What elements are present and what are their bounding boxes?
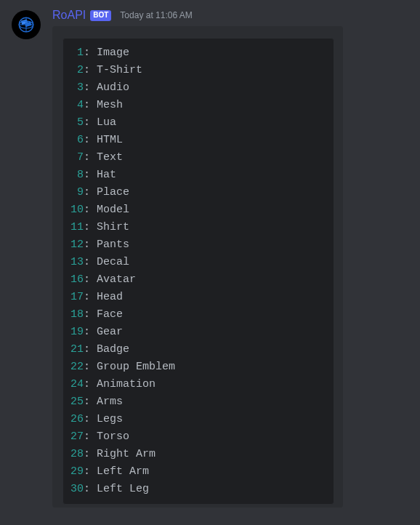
timestamp: Today at 11:06 AM (120, 10, 192, 20)
code-line: 30: Left Leg (70, 481, 326, 498)
colon: : (84, 204, 97, 216)
code-line: 6: HTML (70, 132, 326, 149)
line-number: 8 (70, 169, 84, 181)
line-number: 17 (70, 291, 84, 303)
line-value: Text (97, 151, 123, 164)
line-value: Face (97, 308, 123, 321)
code-line: 10: Model (70, 201, 326, 219)
code-line: 19: Gear (70, 324, 326, 341)
line-number: 24 (70, 378, 84, 390)
colon: : (84, 239, 97, 251)
line-value: Model (97, 204, 129, 216)
line-number: 19 (70, 326, 84, 338)
line-value: Pants (97, 239, 129, 251)
code-line: 7: Text (70, 149, 326, 167)
code-line: 16: Avatar (70, 271, 326, 289)
line-value: Torso (97, 430, 129, 443)
colon: : (84, 47, 97, 59)
line-value: Avatar (97, 273, 136, 286)
line-value: Lua (97, 116, 116, 129)
line-value: Gear (97, 326, 123, 338)
line-number: 3 (70, 81, 84, 94)
line-number: 22 (70, 361, 84, 373)
bot-tag: BOT (90, 10, 111, 21)
colon: : (84, 151, 97, 164)
code-line: 4: Mesh (70, 97, 326, 114)
line-number: 11 (70, 221, 84, 233)
colon: : (84, 430, 97, 443)
colon: : (84, 64, 97, 76)
username[interactable]: RoAPI (52, 9, 86, 22)
code-line: 25: Arms (70, 393, 326, 411)
line-number: 21 (70, 343, 84, 356)
line-number: 10 (70, 204, 84, 216)
message-content: RoAPI BOT Today at 11:06 AM 1: Image 2: … (52, 9, 408, 508)
code-line: 24: Animation (70, 376, 326, 393)
colon: : (84, 326, 97, 338)
code-line: 1: Image (70, 44, 326, 62)
colon: : (84, 483, 97, 495)
code-line: 9: Place (70, 184, 326, 201)
line-value: Shirt (97, 221, 129, 233)
line-number: 30 (70, 483, 84, 495)
chat-message: RoAPI BOT Today at 11:06 AM 1: Image 2: … (0, 0, 420, 508)
colon: : (84, 361, 97, 373)
code-line: 2: T-Shirt (70, 62, 326, 79)
colon: : (84, 343, 97, 356)
colon: : (84, 448, 97, 460)
code-line: 13: Decal (70, 254, 326, 271)
line-number: 29 (70, 465, 84, 478)
colon: : (84, 81, 97, 94)
line-value: HTML (97, 134, 123, 146)
line-value: Badge (97, 343, 129, 356)
code-line: 28: Right Arm (70, 446, 326, 463)
code-line: 8: Hat (70, 167, 326, 184)
line-value: Animation (97, 378, 156, 390)
code-line: 27: Torso (70, 428, 326, 446)
colon: : (84, 169, 97, 181)
line-value: Place (97, 186, 129, 199)
line-number: 16 (70, 273, 84, 286)
line-value: Left Leg (97, 483, 149, 495)
line-number: 4 (70, 99, 84, 111)
line-value: Left Arm (97, 465, 149, 478)
line-value: Image (97, 47, 129, 59)
code-line: 21: Badge (70, 341, 326, 358)
line-value: Group Emblem (97, 361, 175, 373)
line-number: 18 (70, 308, 84, 321)
line-value: Mesh (97, 99, 123, 111)
colon: : (84, 186, 97, 199)
code-line: 29: Left Arm (70, 463, 326, 481)
colon: : (84, 291, 97, 303)
code-line: 17: Head (70, 289, 326, 306)
line-number: 9 (70, 186, 84, 199)
colon: : (84, 116, 97, 129)
line-number: 7 (70, 151, 84, 164)
line-value: Head (97, 291, 123, 303)
code-line: 22: Group Emblem (70, 358, 326, 376)
line-number: 5 (70, 116, 84, 129)
message-embed: 1: Image 2: T-Shirt 3: Audio 4: Mesh 5: … (52, 26, 343, 508)
avatar[interactable] (12, 10, 41, 39)
line-number: 1 (70, 47, 84, 59)
code-line: 5: Lua (70, 114, 326, 132)
line-value: T-Shirt (97, 64, 142, 76)
line-value: Hat (97, 169, 116, 181)
colon: : (84, 256, 97, 268)
line-value: Audio (97, 81, 129, 94)
line-number: 28 (70, 448, 84, 460)
line-number: 12 (70, 239, 84, 251)
code-block[interactable]: 1: Image 2: T-Shirt 3: Audio 4: Mesh 5: … (62, 38, 334, 505)
code-line: 18: Face (70, 306, 326, 324)
colon: : (84, 378, 97, 390)
line-value: Arms (97, 396, 123, 408)
colon: : (84, 99, 97, 111)
line-value: Legs (97, 413, 123, 425)
line-value: Decal (97, 256, 129, 268)
code-line: 26: Legs (70, 411, 326, 428)
line-number: 26 (70, 413, 84, 425)
line-number: 6 (70, 134, 84, 146)
message-header: RoAPI BOT Today at 11:06 AM (52, 9, 408, 22)
line-number: 25 (70, 396, 84, 408)
colon: : (84, 308, 97, 321)
